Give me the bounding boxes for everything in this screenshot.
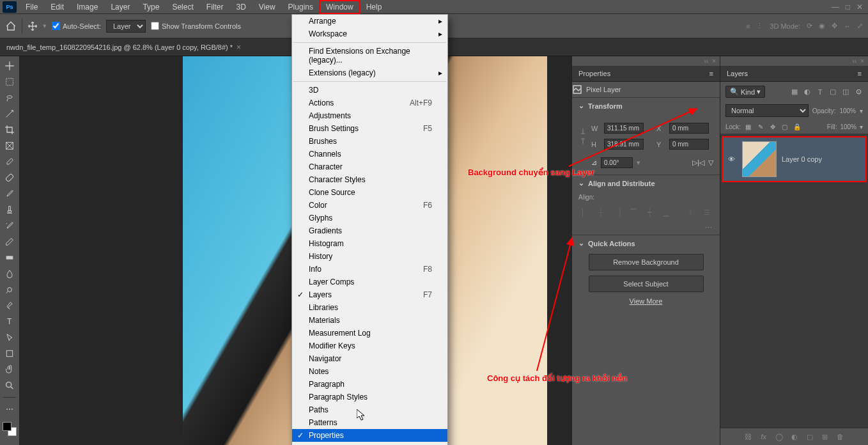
height-input[interactable] [604,139,644,150]
close-tab-icon[interactable]: × [236,43,241,52]
quick-actions-section[interactable]: ⌄Quick Actions [572,235,720,251]
auto-select-target[interactable]: Layer [106,20,146,33]
home-icon[interactable] [5,20,17,32]
layer-row[interactable]: 👁 Layer 0 copy [723,137,865,181]
align-bottom-icon[interactable]: ▁ [660,206,672,219]
document-tab[interactable]: nwdn_file_temp_1608220954216.jpg @ 62.8%… [0,39,247,56]
panel-close-icon[interactable]: × [860,58,864,65]
3d-slide-icon[interactable]: ↔ [844,22,851,30]
menu-3d[interactable]: 3D [229,1,252,13]
menu-paragraph[interactable]: Paragraph [292,378,447,391]
3d-orbit-icon[interactable]: ⟳ [807,22,812,30]
menu-character[interactable]: Character [292,160,447,173]
menu-color[interactable]: ColorF6 [292,199,447,212]
gradient-tool[interactable] [2,251,17,265]
menu-file[interactable]: File [19,1,44,13]
menu-find-extensions[interactable]: Find Extensions on Exchange (legacy)... [292,45,447,66]
show-transform-checkbox[interactable]: Show Transform Controls [151,22,241,30]
distribute-v-icon[interactable]: ☰ [701,206,713,219]
3d-roll-icon[interactable]: ◉ [819,22,825,30]
heal-tool[interactable] [2,171,17,185]
menu-window[interactable]: Window [320,1,360,13]
menu-layer[interactable]: Layer [104,1,136,13]
menu-gradients[interactable]: Gradients [292,224,447,237]
history-brush-tool[interactable] [2,219,17,233]
menu-character-styles[interactable]: Character Styles [292,173,447,186]
brush-tool[interactable] [2,187,17,201]
blend-mode-select[interactable]: Normal [725,104,809,117]
link-wh-icon[interactable] [578,127,587,145]
distribute-h-icon[interactable]: ⫴ [685,206,697,219]
menu-edit[interactable]: Edit [44,1,70,13]
fx-icon[interactable]: fx [759,432,768,441]
filter-adjust-icon[interactable]: ◐ [803,88,812,97]
y-input[interactable] [669,139,709,150]
lock-paint-icon[interactable]: ✎ [756,122,765,131]
align-right-icon[interactable]: ▕ [611,206,623,219]
layer-name[interactable]: Layer 0 copy [782,155,822,163]
eyedropper-tool[interactable] [2,155,17,169]
flip-v-icon[interactable]: ▽ [708,159,713,167]
dodge-tool[interactable] [2,283,17,297]
menu-navigator[interactable]: Navigator [292,352,447,365]
menu-adjustments[interactable]: Adjustments [292,109,447,122]
close-icon[interactable]: ✕ [856,3,863,12]
angle-input[interactable] [601,157,633,168]
menu-brushes[interactable]: Brushes [292,135,447,148]
lock-all-icon[interactable]: 🔒 [793,122,802,131]
menu-notes[interactable]: Notes [292,365,447,378]
flip-h-icon[interactable]: ▷|◁ [692,159,704,167]
menu-arrange[interactable]: Arrange▸ [292,15,447,27]
pen-tool[interactable] [2,299,17,313]
width-input[interactable] [604,123,644,134]
panel-menu-icon[interactable]: ≡ [858,70,862,77]
move-tool[interactable] [2,59,17,73]
panel-collapse-icon[interactable]: ‹‹ [704,58,708,65]
color-swatches[interactable] [3,422,17,436]
menu-select[interactable]: Select [166,1,199,13]
panel-close-icon[interactable]: × [712,58,716,65]
edit-toolbar[interactable]: ⋯ [2,402,17,416]
filter-type-icon[interactable]: T [816,88,825,97]
stamp-tool[interactable] [2,203,17,217]
filter-pixel-icon[interactable]: ▦ [790,88,799,97]
lock-position-icon[interactable]: ✥ [768,122,777,131]
auto-select-input[interactable] [52,22,60,30]
filter-kind-select[interactable]: 🔍 Kind ▾ [725,86,765,98]
delete-layer-icon[interactable]: 🗑 [836,432,845,441]
align-left-icon[interactable]: ▏ [578,206,591,219]
marquee-tool[interactable] [2,75,17,89]
lasso-tool[interactable] [2,91,17,105]
panel-menu-icon[interactable]: ≡ [709,70,713,77]
menu-layers[interactable]: LayersF7 [292,288,447,301]
menu-view[interactable]: View [252,1,282,13]
menu-actions[interactable]: ActionsAlt+F9 [292,97,447,109]
filter-toggle-icon[interactable]: ⊙ [854,88,863,97]
path-select-tool[interactable] [2,331,17,345]
more-options-icon[interactable]: ⋯ [572,221,720,235]
menu-glyphs[interactable]: Glyphs [292,212,447,224]
filter-shape-icon[interactable]: ▢ [828,88,837,97]
menu-help[interactable]: Help [360,1,389,13]
panel-collapse-icon[interactable]: ‹‹ [852,58,856,65]
align-icons[interactable]: ≡ [746,22,750,30]
menu-plugins[interactable]: Plugins [282,1,320,13]
menu-modifier-keys[interactable]: Modifier Keys [292,340,447,352]
auto-select-checkbox[interactable]: Auto-Select: [52,22,101,30]
show-transform-input[interactable] [151,22,159,30]
menu-type[interactable]: Type [136,1,166,13]
menu-libraries[interactable]: Libraries [292,301,447,314]
menu-measurement-log[interactable]: Measurement Log [292,327,447,340]
menu-materials[interactable]: Materials [292,314,447,327]
menu-brush-settings[interactable]: Brush SettingsF5 [292,122,447,135]
link-layers-icon[interactable]: ⛓ [744,432,753,441]
align-hcenter-icon[interactable]: ┼ [594,206,607,219]
menu-image[interactable]: Image [70,1,104,13]
menu-patterns[interactable]: Patterns [292,416,447,429]
menu-history[interactable]: History [292,250,447,263]
align-vcenter-icon[interactable]: ┿ [644,206,656,219]
x-input[interactable] [669,123,709,134]
blur-tool[interactable] [2,267,17,281]
shape-tool[interactable] [2,347,17,361]
3d-zoom-icon[interactable]: ⤢ [857,22,863,30]
